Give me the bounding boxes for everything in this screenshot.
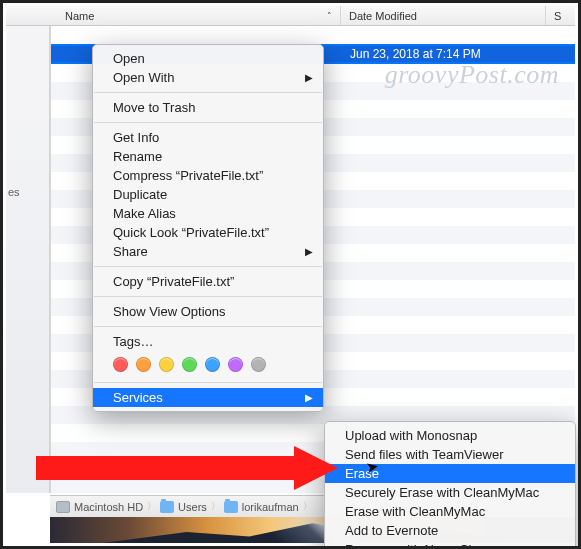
- menu-item-label: Rename: [113, 149, 162, 164]
- menu-item-label: Copy “PrivateFile.txt”: [113, 274, 234, 289]
- menu-separator: [94, 326, 322, 327]
- folder-icon: [160, 501, 174, 513]
- tag-color-6[interactable]: [251, 357, 266, 372]
- menu-separator: [94, 92, 322, 93]
- menu-item-copy[interactable]: Copy “PrivateFile.txt”: [93, 272, 323, 291]
- table-row[interactable]: [51, 26, 575, 44]
- menu-item-upload-monosnap[interactable]: Upload with Monosnap: [325, 426, 575, 445]
- tag-color-0[interactable]: [113, 357, 128, 372]
- menu-separator: [94, 296, 322, 297]
- menu-item-tags[interactable]: Tags…: [93, 332, 323, 351]
- menu-item-label: Duplicate: [113, 187, 167, 202]
- menu-item-label: Show View Options: [113, 304, 226, 319]
- menu-item-label: Compress “PrivateFile.txt”: [113, 168, 263, 183]
- path-segment-user[interactable]: lorikaufman: [242, 501, 299, 513]
- services-submenu: Upload with Monosnap Send files with Tea…: [324, 421, 576, 549]
- submenu-arrow-icon: ▶: [305, 246, 313, 257]
- chevron-right-icon: 〉: [303, 500, 312, 513]
- menu-item-rename[interactable]: Rename: [93, 147, 323, 166]
- menu-item-move-to-trash[interactable]: Move to Trash: [93, 98, 323, 117]
- column-header-date[interactable]: Date Modified: [340, 6, 545, 25]
- menu-item-get-info[interactable]: Get Info: [93, 128, 323, 147]
- tag-color-1[interactable]: [136, 357, 151, 372]
- menu-item-services[interactable]: Services▶: [93, 388, 323, 407]
- menu-item-label: Upload with Monosnap: [345, 428, 477, 443]
- menu-item-open[interactable]: Open: [93, 49, 323, 68]
- column-header-row: Name˄ Date Modified S: [6, 6, 575, 26]
- column-header-name[interactable]: Name˄: [63, 10, 340, 22]
- menu-item-label: Quick Look “PrivateFile.txt”: [113, 225, 269, 240]
- menu-item-compress[interactable]: Compress “PrivateFile.txt”: [93, 166, 323, 185]
- sidebar-text-fragment: es: [8, 186, 20, 198]
- folder-icon: [224, 501, 238, 513]
- path-segment-users[interactable]: Users: [178, 501, 207, 513]
- column-header-name-label: Name: [65, 10, 94, 22]
- menu-item-label: Make Alias: [113, 206, 176, 221]
- menu-item-send-teamviewer[interactable]: Send files with TeamViewer: [325, 445, 575, 464]
- tags-color-row: [93, 351, 323, 377]
- menu-item-label: Erase with CleanMyMac: [345, 504, 485, 519]
- tag-color-2[interactable]: [159, 357, 174, 372]
- menu-item-label: Get Info: [113, 130, 159, 145]
- file-date-cell: Jun 23, 2018 at 7:14 PM: [340, 47, 545, 61]
- menu-separator: [94, 382, 322, 383]
- menu-item-label: Move to Trash: [113, 100, 195, 115]
- menu-item-make-alias[interactable]: Make Alias: [93, 204, 323, 223]
- menu-item-label: Share: [113, 244, 148, 259]
- menu-item-securely-erase[interactable]: Securely Erase with CleanMyMac: [325, 483, 575, 502]
- column-header-size[interactable]: S: [545, 6, 575, 25]
- menu-item-show-view-options[interactable]: Show View Options: [93, 302, 323, 321]
- column-header-size-label: S: [554, 10, 561, 22]
- hd-icon: [56, 501, 70, 513]
- menu-separator: [94, 266, 322, 267]
- chevron-right-icon: 〉: [211, 500, 220, 513]
- menu-item-share[interactable]: Share▶: [93, 242, 323, 261]
- menu-item-label: Tags…: [113, 334, 153, 349]
- chevron-right-icon: 〉: [147, 500, 156, 513]
- menu-item-erase-cleanmymac[interactable]: Erase with CleanMyMac: [325, 502, 575, 521]
- menu-item-label: Open With: [113, 70, 174, 85]
- menu-separator: [94, 122, 322, 123]
- sort-indicator-icon: ˄: [327, 11, 332, 21]
- path-segment-hd[interactable]: Macintosh HD: [74, 501, 143, 513]
- menu-item-label: Add to Evernote: [345, 523, 438, 538]
- menu-item-label: Securely Erase with CleanMyMac: [345, 485, 539, 500]
- menu-item-rename-namechanger[interactable]: Rename with NameChanger: [325, 540, 575, 549]
- column-header-date-label: Date Modified: [349, 10, 417, 22]
- menu-item-quick-look[interactable]: Quick Look “PrivateFile.txt”: [93, 223, 323, 242]
- menu-item-add-evernote[interactable]: Add to Evernote: [325, 521, 575, 540]
- submenu-arrow-icon: ▶: [305, 72, 313, 83]
- context-menu: Open Open With▶ Move to Trash Get Info R…: [92, 44, 324, 412]
- menu-item-label: Open: [113, 51, 145, 66]
- tag-color-4[interactable]: [205, 357, 220, 372]
- menu-item-label: Rename with NameChanger: [345, 542, 509, 549]
- menu-item-label: Services: [113, 390, 163, 405]
- tag-color-5[interactable]: [228, 357, 243, 372]
- sidebar-sliver: es: [6, 26, 50, 493]
- watermark: groovyPost.com: [385, 60, 559, 90]
- menu-item-erase[interactable]: Erase: [325, 464, 575, 483]
- menu-item-open-with[interactable]: Open With▶: [93, 68, 323, 87]
- tag-color-3[interactable]: [182, 357, 197, 372]
- menu-item-duplicate[interactable]: Duplicate: [93, 185, 323, 204]
- submenu-arrow-icon: ▶: [305, 392, 313, 403]
